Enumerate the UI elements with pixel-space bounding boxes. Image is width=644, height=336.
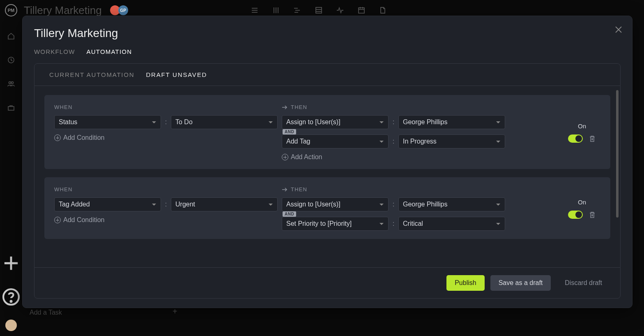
arrow-right-icon xyxy=(282,187,288,192)
svg-rect-12 xyxy=(359,8,364,13)
svg-marker-31 xyxy=(269,121,273,123)
when-label: WHEN xyxy=(54,186,278,192)
then-value-select[interactable]: George Phillips xyxy=(398,115,505,129)
svg-marker-42 xyxy=(380,204,384,206)
rule-when-column: WHEN Tag Added : Urgent Add Condition xyxy=(54,186,282,231)
gantt-view-icon[interactable] xyxy=(293,6,301,14)
help-icon[interactable] xyxy=(0,286,22,308)
close-button[interactable] xyxy=(614,25,623,34)
file-icon[interactable] xyxy=(379,6,387,14)
svg-rect-23 xyxy=(8,107,14,110)
svg-marker-40 xyxy=(269,204,273,206)
modal-title: Tillery Marketing xyxy=(34,27,621,40)
tab-automation[interactable]: AUTOMATION xyxy=(87,48,132,55)
plus-circle-icon xyxy=(54,134,61,141)
activity-icon[interactable] xyxy=(336,6,344,14)
rule-then-column: THEN Assign to [User(s)] : George Philli… xyxy=(282,186,564,231)
svg-point-21 xyxy=(9,82,11,84)
app-logo[interactable]: PM xyxy=(5,4,17,16)
svg-marker-30 xyxy=(152,121,156,123)
automation-rule: WHEN Tag Added : Urgent Add Condition xyxy=(44,177,610,239)
publish-button[interactable]: Publish xyxy=(446,275,484,291)
when-label: WHEN xyxy=(54,104,278,110)
rule-when-column: WHEN Status : To Do Add Condition xyxy=(54,104,282,161)
briefcase-icon[interactable] xyxy=(7,104,15,112)
and-badge: AND xyxy=(283,211,296,217)
when-value-select[interactable]: Urgent xyxy=(171,197,278,211)
plus-circle-icon xyxy=(282,154,288,160)
when-value-select[interactable]: To Do xyxy=(171,115,278,129)
rule-controls: On xyxy=(564,104,600,161)
rule-enabled-toggle[interactable] xyxy=(568,134,583,143)
then-action-select[interactable]: Assign to [User(s)] xyxy=(282,197,389,211)
svg-point-27 xyxy=(11,301,12,302)
tab-workflow[interactable]: WORKFLOW xyxy=(34,48,75,55)
modal-tabs: WORKFLOW AUTOMATION xyxy=(23,48,632,55)
add-condition-button[interactable]: Add Condition xyxy=(54,134,278,141)
trash-icon[interactable] xyxy=(589,135,596,142)
colon-separator: : xyxy=(392,220,395,227)
then-value-select[interactable]: George Phillips xyxy=(398,197,505,211)
select-value: Critical xyxy=(403,220,423,227)
rules-area: WHEN Status : To Do Add Condition xyxy=(34,86,621,267)
team-icon[interactable] xyxy=(7,80,15,88)
add-condition-label: Add Condition xyxy=(63,134,105,141)
modal-header: Tillery Marketing xyxy=(23,27,632,40)
add-action-button[interactable]: Add Action xyxy=(282,153,564,161)
chevron-down-icon xyxy=(379,139,384,144)
then-action-select[interactable]: Add Tag xyxy=(282,134,389,148)
subtab-current-automation[interactable]: CURRENT AUTOMATION xyxy=(49,71,134,78)
chevron-down-icon xyxy=(268,202,273,207)
chevron-down-icon xyxy=(152,120,156,125)
add-task-placeholder: Add a Task xyxy=(30,309,62,316)
colon-separator: : xyxy=(165,201,167,208)
calendar-icon[interactable] xyxy=(357,6,366,14)
when-field-select[interactable]: Status xyxy=(54,115,161,129)
select-value: To Do xyxy=(175,118,193,126)
then-value-select[interactable]: Critical xyxy=(398,217,505,231)
add-task-plus-icon: + xyxy=(172,307,177,316)
add-action-label: Add Action xyxy=(291,153,322,161)
left-rail-bottom xyxy=(0,252,22,331)
svg-marker-44 xyxy=(380,223,384,225)
avatar[interactable]: GP xyxy=(118,5,128,15)
chevron-down-icon xyxy=(496,221,501,226)
subtabs-bar: CURRENT AUTOMATION DRAFT UNSAVED xyxy=(34,63,621,86)
plus-icon[interactable] xyxy=(0,252,22,274)
discard-draft-button[interactable]: Discard draft xyxy=(557,275,610,291)
recent-icon[interactable] xyxy=(7,56,15,64)
svg-point-22 xyxy=(12,82,14,84)
subtab-draft-unsaved[interactable]: DRAFT UNSAVED xyxy=(146,71,207,78)
board-view-icon[interactable] xyxy=(272,6,280,14)
svg-marker-43 xyxy=(496,204,500,206)
avatar-group: GP xyxy=(112,5,128,15)
svg-marker-39 xyxy=(152,204,156,206)
svg-marker-35 xyxy=(380,141,384,143)
rule-then-column: THEN Assign to [User(s)] : George Philli… xyxy=(282,104,564,161)
toggle-label: On xyxy=(578,199,586,206)
colon-separator: : xyxy=(392,138,395,145)
colon-separator: : xyxy=(392,201,395,208)
select-value: Assign to [User(s)] xyxy=(286,118,340,126)
select-value: Urgent xyxy=(175,201,195,208)
then-action-select[interactable]: Set Priority to [Priority] xyxy=(282,217,389,231)
when-field-select[interactable]: Tag Added xyxy=(54,197,161,211)
plus-circle-icon xyxy=(54,217,61,223)
save-draft-button[interactable]: Save as a draft xyxy=(490,275,551,291)
add-condition-button[interactable]: Add Condition xyxy=(54,216,278,224)
select-value: Tag Added xyxy=(59,201,90,208)
trash-icon[interactable] xyxy=(589,211,596,218)
scrollbar[interactable] xyxy=(616,90,619,218)
rule-enabled-toggle[interactable] xyxy=(568,211,583,219)
select-value: George Phillips xyxy=(403,201,448,208)
table-view-icon[interactable] xyxy=(315,6,323,14)
then-action-select[interactable]: Assign to [User(s)] xyxy=(282,115,389,129)
colon-separator: : xyxy=(392,118,395,126)
chevron-down-icon xyxy=(379,221,384,226)
list-view-icon[interactable] xyxy=(251,6,259,14)
then-value-select[interactable]: In Progress xyxy=(398,134,505,148)
chevron-down-icon xyxy=(379,202,384,207)
svg-marker-34 xyxy=(496,121,500,123)
home-icon[interactable] xyxy=(7,32,15,40)
user-avatar[interactable] xyxy=(5,320,17,331)
